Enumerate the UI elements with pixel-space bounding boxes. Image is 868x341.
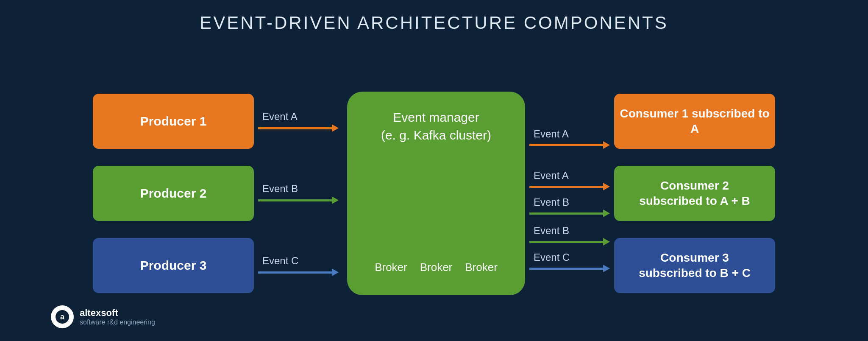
consumer-1-label: Consumer 1 subscribed to A bbox=[618, 106, 771, 137]
consumer-2-box: Consumer 2subscribed to A + B bbox=[614, 166, 775, 221]
logo-icon: a bbox=[51, 305, 74, 328]
consumer-3-event-c-arrow bbox=[529, 265, 610, 272]
consumer-3-event-b-arrow bbox=[529, 238, 610, 246]
logo-name: altexsoft bbox=[80, 307, 155, 319]
consumer-3-box: Consumer 3subscribed to B + C bbox=[614, 238, 775, 293]
event-b-in-label: Event B bbox=[262, 183, 298, 195]
event-c-in-group: Event C bbox=[258, 238, 343, 293]
event-b-in-arrow bbox=[258, 196, 339, 204]
event-a-in-group: Event A bbox=[258, 94, 343, 149]
consumer-2-arrows: Event A Event B bbox=[529, 166, 610, 221]
consumer-2-event-b-label: Event B bbox=[534, 196, 610, 208]
broker-1-label: Broker bbox=[375, 261, 407, 274]
consumer-1-box: Consumer 1 subscribed to A bbox=[614, 94, 775, 149]
architecture-diagram: Producer 1 Producer 2 Producer 3 Event A… bbox=[25, 54, 843, 333]
event-manager-box: Event manager(e. g. Kafka cluster) Broke… bbox=[347, 92, 525, 295]
consumer-3-event-c: Event C bbox=[529, 252, 610, 272]
broker-2-label: Broker bbox=[420, 261, 453, 274]
logo-text-block: altexsoft software r&d engineering bbox=[80, 307, 155, 326]
event-c-in-arrow bbox=[258, 268, 339, 276]
outgoing-arrows-column: Event A Event A Event B bbox=[529, 92, 610, 295]
incoming-arrows-column: Event A Event B Event C bbox=[258, 94, 343, 293]
consumer-2-event-a: Event A bbox=[529, 170, 610, 190]
consumer-2-label: Consumer 2subscribed to A + B bbox=[639, 178, 750, 209]
logo-subtitle: software r&d engineering bbox=[80, 319, 155, 326]
brokers-row: Broker Broker Broker bbox=[375, 261, 498, 274]
consumer-3-event-b: Event B bbox=[529, 225, 610, 246]
consumer-1-event-a-arrow bbox=[529, 141, 610, 149]
svg-text:a: a bbox=[60, 313, 65, 321]
producers-column: Producer 1 Producer 2 Producer 3 bbox=[93, 94, 254, 293]
consumer-2-event-b-arrow bbox=[529, 210, 610, 217]
producer-1-label: Producer 1 bbox=[140, 114, 207, 129]
altexsoft-logo-svg: a bbox=[55, 310, 70, 324]
consumer-1-event-a-label: Event A bbox=[534, 128, 610, 140]
event-c-in-label: Event C bbox=[262, 255, 298, 267]
consumer-3-event-b-label: Event B bbox=[534, 225, 610, 237]
producer-2-box: Producer 2 bbox=[93, 166, 254, 221]
event-a-in-arrow bbox=[258, 124, 339, 132]
event-a-in-label: Event A bbox=[262, 111, 298, 123]
consumers-column: Consumer 1 subscribed to A Consumer 2sub… bbox=[614, 94, 775, 293]
consumer-2-event-a-arrow bbox=[529, 183, 610, 190]
producer-3-box: Producer 3 bbox=[93, 238, 254, 293]
producer-1-box: Producer 1 bbox=[93, 94, 254, 149]
producer-3-label: Producer 3 bbox=[140, 258, 207, 273]
consumer-2-event-a-label: Event A bbox=[534, 170, 610, 182]
broker-3-label: Broker bbox=[465, 261, 498, 274]
event-b-in-group: Event B bbox=[258, 166, 343, 221]
consumer-1-arrows: Event A bbox=[529, 111, 610, 166]
logo-area: a altexsoft software r&d engineering bbox=[51, 305, 155, 328]
consumer-3-label: Consumer 3subscribed to B + C bbox=[639, 250, 751, 281]
consumer-3-arrows: Event B Event C bbox=[529, 221, 610, 276]
consumer-1-event-a: Event A bbox=[529, 128, 610, 149]
page-title: EVENT-DRIVEN ARCHITECTURE COMPONENTS bbox=[200, 13, 668, 33]
consumer-3-event-c-label: Event C bbox=[534, 252, 610, 263]
consumer-2-event-b: Event B bbox=[529, 196, 610, 217]
producer-2-label: Producer 2 bbox=[140, 186, 207, 201]
event-manager-title: Event manager(e. g. Kafka cluster) bbox=[381, 109, 491, 144]
